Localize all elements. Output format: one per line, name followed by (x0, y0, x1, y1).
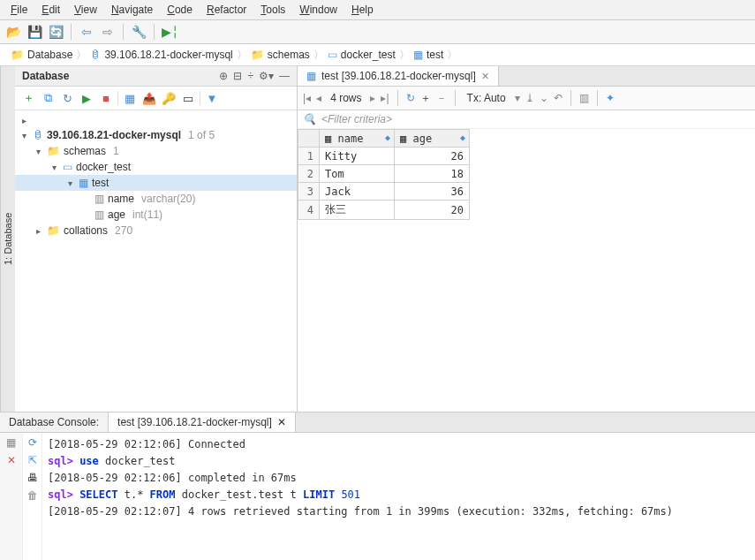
save-icon[interactable]: 💾 (26, 24, 42, 40)
database-tool-tab[interactable]: 1: Database (0, 66, 15, 412)
target-icon[interactable]: ⊕ (219, 70, 228, 82)
menu-view[interactable]: View (69, 2, 102, 18)
run-config-icon[interactable]: ▶╎ (162, 24, 177, 40)
export-icon[interactable]: 📤 (141, 90, 157, 106)
console-print-icon[interactable]: 🖶 (27, 472, 38, 484)
revert-icon[interactable]: ⌄ (540, 92, 548, 104)
tree-row[interactable]: ▸📁collations270 (15, 223, 297, 238)
database-panel: Database ⊕ ⊟ ÷ ⚙▾ — ＋ ⧉ ↻ ▶ ■ ▦ 📤 🔑 ▭ ▼ … (15, 66, 298, 412)
tree-row[interactable]: ▾🛢39.106.18.21-docker-mysql1 of 5 (15, 127, 297, 143)
menu-help[interactable]: Help (346, 2, 379, 18)
editor-tab-label: test [39.106.18.21-docker-mysql] (321, 70, 476, 82)
crumb-schema[interactable]: ▭docker_test (322, 47, 401, 63)
column-age[interactable]: ▦ age◆ (395, 130, 470, 148)
table-row[interactable]: 1Kitty26 (298, 148, 470, 165)
crumb-connection[interactable]: 🛢39.106.18.21-docker-mysql (85, 47, 238, 63)
divide-icon[interactable]: ÷ (247, 70, 253, 82)
editor-tabs: ▦ test [39.106.18.21-docker-mysql] ✕ (298, 66, 755, 87)
rollback-icon[interactable]: ↶ (554, 92, 562, 104)
editor-tab-test[interactable]: ▦ test [39.106.18.21-docker-mysql] ✕ (298, 66, 499, 86)
add-icon[interactable]: ＋ (20, 90, 36, 106)
refresh-icon[interactable]: ↻ (59, 90, 75, 106)
back-icon[interactable]: ⇦ (79, 24, 94, 40)
database-panel-title: Database (22, 70, 69, 82)
menu-file[interactable]: File (5, 2, 33, 18)
table-view-icon[interactable]: ▦ (122, 90, 138, 106)
table-row[interactable]: 2Tom18 (298, 165, 470, 183)
open-icon[interactable]: 📂 (5, 24, 21, 40)
prev-page-icon[interactable]: ◂ (316, 92, 321, 104)
tx-mode-label[interactable]: Tx: Auto (464, 92, 510, 104)
tree-row[interactable]: ▾▦test (15, 175, 297, 191)
database-panel-toolbar: ＋ ⧉ ↻ ▶ ■ ▦ 📤 🔑 ▭ ▼ (15, 87, 297, 110)
data-grid[interactable]: ▦ name◆ ▦ age◆ 1Kitty262Tom183Jack364张三2… (298, 129, 470, 220)
tree-row[interactable]: ▥ageint(11) (15, 207, 297, 223)
gear-icon[interactable]: ⚙▾ (259, 70, 274, 82)
menu-navigate[interactable]: Navigate (106, 2, 158, 18)
commit-icon[interactable]: ⤓ (525, 92, 534, 104)
table-row[interactable]: 3Jack36 (298, 183, 470, 201)
collapse-icon[interactable]: ⊟ (233, 70, 242, 82)
close-icon[interactable]: ✕ (277, 416, 286, 428)
view-mode-icon[interactable]: ▥ (579, 92, 589, 104)
key-icon[interactable]: 🔑 (161, 90, 177, 106)
console-title: Database Console: (0, 412, 109, 432)
reload-icon[interactable]: ↻ (406, 92, 415, 104)
search-icon: 🔍 (303, 113, 316, 125)
settings-icon[interactable]: 🔧 (131, 24, 147, 40)
tree-row[interactable] (15, 238, 297, 242)
add-row-icon[interactable]: ＋ (420, 91, 431, 106)
hide-icon[interactable]: — (279, 70, 290, 82)
menu-window[interactable]: Window (294, 2, 343, 18)
forward-icon[interactable]: ⇨ (100, 24, 116, 40)
menu-refactor[interactable]: Refactor (201, 2, 252, 18)
doc-icon[interactable]: ▭ (180, 90, 196, 106)
tree-row[interactable]: ▥namevarchar(20) (15, 191, 297, 207)
filter-icon[interactable]: ▼ (204, 90, 220, 106)
main-menu-bar: File Edit View Navigate Code Refactor To… (0, 0, 755, 20)
close-icon[interactable]: ✕ (481, 71, 489, 82)
breadcrumb: 📁Database〉 🛢39.106.18.21-docker-mysql〉 📁… (0, 44, 755, 66)
menu-edit[interactable]: Edit (36, 2, 65, 18)
console-export-icon[interactable]: ⇱ (28, 454, 37, 466)
console-trash-icon[interactable]: 🗑 (27, 489, 38, 502)
menu-code[interactable]: Code (162, 2, 198, 18)
console-cancel-icon[interactable]: ✕ (7, 454, 16, 466)
next-page-icon[interactable]: ▸ (370, 92, 375, 104)
crumb-schemas[interactable]: 📁schemas (245, 47, 315, 63)
column-name[interactable]: ▦ name◆ (320, 130, 395, 148)
filter-input[interactable]: <Filter criteria> (321, 113, 392, 125)
console-stop-icon[interactable]: ▦ (6, 436, 16, 449)
first-page-icon[interactable]: |◂ (303, 92, 311, 104)
duplicate-icon[interactable]: ⧉ (40, 90, 56, 106)
crumb-database[interactable]: 📁Database (5, 47, 78, 63)
tree-row[interactable]: ▾📁schemas1 (15, 143, 297, 159)
sync-icon[interactable]: 🔄 (48, 24, 64, 40)
console-output[interactable]: [2018-05-29 02:12:06] Connected sql> use… (42, 433, 755, 560)
database-console: Database Console: test [39.106.18.21-doc… (0, 412, 755, 560)
tree-row[interactable]: ▸ (15, 114, 297, 127)
crumb-table[interactable]: ▦test (408, 47, 449, 63)
remove-row-icon[interactable]: － (436, 91, 447, 106)
database-tree[interactable]: ▸▾🛢39.106.18.21-docker-mysql1 of 5▾📁sche… (15, 110, 297, 412)
row-count-label: 4 rows (327, 92, 365, 104)
menu-tools[interactable]: Tools (255, 2, 291, 18)
main-toolbar: 📂 💾 🔄 ⇦ ⇨ 🔧 ▶╎ (0, 20, 755, 44)
table-row[interactable]: 4张三20 (298, 201, 470, 220)
last-page-icon[interactable]: ▸| (381, 92, 389, 104)
ddl-icon[interactable]: ✦ (606, 92, 615, 104)
play-icon[interactable]: ▶ (79, 90, 94, 106)
stop-icon[interactable]: ■ (98, 90, 114, 106)
console-rerun-icon[interactable]: ⟳ (28, 436, 37, 449)
console-tab[interactable]: test [39.106.18.21-docker-mysql] ✕ (109, 412, 296, 432)
data-grid-toolbar: |◂ ◂ 4 rows ▸ ▸| ↻ ＋ － Tx: Auto▾ ⤓ ⌄ ↶ ▥… (298, 87, 755, 110)
tree-row[interactable]: ▾▭docker_test (15, 159, 297, 175)
